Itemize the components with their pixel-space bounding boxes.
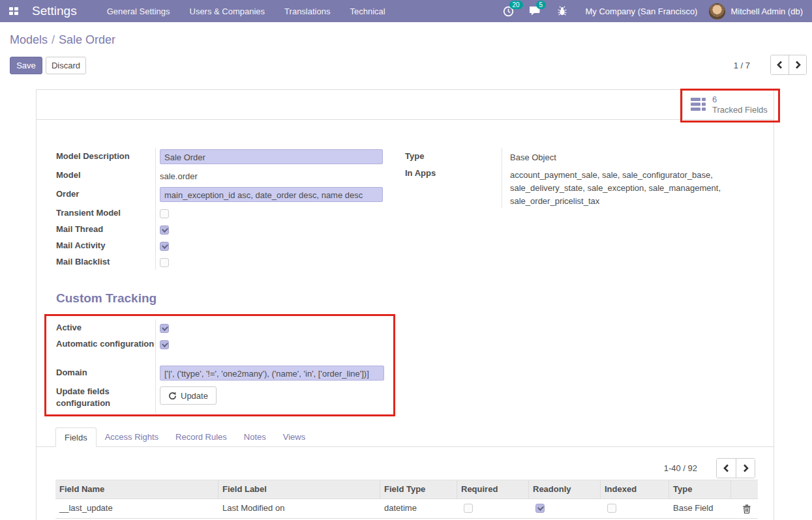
column-field-label[interactable]: Field Label xyxy=(218,480,380,498)
mail-thread-label: Mail Thread xyxy=(56,221,155,237)
automatic-configuration-label: Automatic configuration xyxy=(56,336,155,364)
active-checkbox[interactable] xyxy=(160,324,169,333)
order-label: Order xyxy=(56,186,155,205)
top-navbar: Settings General Settings Users & Compan… xyxy=(0,0,812,22)
messages-icon[interactable]: 5 xyxy=(530,6,541,16)
type-value: Base Object xyxy=(510,149,768,164)
model-description-input[interactable]: Sale Order xyxy=(160,149,383,164)
update-button[interactable]: Update xyxy=(160,386,217,405)
tasks-icon xyxy=(691,98,706,111)
cell-readonly-checkbox[interactable] xyxy=(535,504,545,513)
messages-badge: 5 xyxy=(536,1,547,9)
order-input[interactable]: main_exception_id asc, date_order desc, … xyxy=(160,187,383,202)
pager-previous-button[interactable] xyxy=(771,55,789,74)
mail-blacklist-checkbox[interactable] xyxy=(160,258,169,267)
in-apps-label: In Apps xyxy=(405,165,502,208)
fields-list-pager-text: 1-40 / 92 xyxy=(664,463,697,473)
form-statusbar: 6 Tracked Fields xyxy=(37,90,774,120)
menu-technical[interactable]: Technical xyxy=(350,7,385,16)
form-left-group: Model Description Sale Order Model sale.… xyxy=(56,148,383,270)
column-indexed[interactable]: Indexed xyxy=(601,480,669,498)
systray: 20 5 My Company (San Francisco) Mitchell… xyxy=(503,3,812,20)
save-button[interactable]: Save xyxy=(10,57,42,74)
debug-bug-icon[interactable] xyxy=(557,6,567,16)
cell-indexed-checkbox[interactable] xyxy=(607,504,616,513)
breadcrumb: Models/Sale Order xyxy=(10,33,115,47)
record-pager xyxy=(770,55,807,75)
tracked-fields-count: 6 xyxy=(712,94,768,105)
column-type[interactable]: Type xyxy=(669,480,731,498)
mail-blacklist-label: Mail Blacklist xyxy=(56,253,155,270)
domain-label: Domain xyxy=(56,364,155,383)
form-sheet: 6 Tracked Fields Model Description Sale … xyxy=(36,89,774,520)
discard-button[interactable]: Discard xyxy=(46,57,86,74)
in-apps-value: account_payment_sale, sale, sale_configu… xyxy=(510,166,768,208)
automatic-configuration-checkbox[interactable] xyxy=(160,340,169,349)
transient-model-label: Transient Model xyxy=(56,205,155,221)
user-menu[interactable]: Mitchell Admin (db) xyxy=(730,7,803,16)
menu-translations[interactable]: Translations xyxy=(284,7,330,16)
mail-activity-checkbox[interactable] xyxy=(160,242,169,251)
custom-tracking-group: Active Automatic configuration Domain ['… xyxy=(56,319,385,413)
form-right-group: Type Base Object In Apps account_payment… xyxy=(405,148,768,208)
fields-table-header: Field Name Field Label Field Type Requir… xyxy=(55,480,758,499)
pager-next-button[interactable] xyxy=(789,55,806,74)
model-value: sale.order xyxy=(160,168,383,182)
menu-users-companies[interactable]: Users & Companies xyxy=(190,7,265,16)
domain-input[interactable]: ['|', ('ttype', '!=', 'one2many'), ('nam… xyxy=(160,366,384,381)
activity-badge: 20 xyxy=(509,1,523,9)
top-menus: General Settings Users & Companies Trans… xyxy=(107,7,385,16)
trash-icon xyxy=(743,504,751,513)
cell-field-name: __last_update xyxy=(55,499,218,518)
company-switcher[interactable]: My Company (San Francisco) xyxy=(586,7,698,16)
column-field-name[interactable]: Field Name xyxy=(55,480,218,498)
tab-record-rules[interactable]: Record Rules xyxy=(167,427,235,447)
column-actions xyxy=(731,480,758,498)
column-readonly[interactable]: Readonly xyxy=(529,480,601,498)
transient-model-checkbox[interactable] xyxy=(160,209,169,218)
fields-table: Field Name Field Label Field Type Requir… xyxy=(55,480,758,519)
notebook-tabs: Fields Access Rights Record Rules Notes … xyxy=(37,427,774,447)
column-field-type[interactable]: Field Type xyxy=(380,480,457,498)
cell-required-checkbox[interactable] xyxy=(464,504,473,513)
fields-pager-previous-button[interactable] xyxy=(717,459,736,478)
model-label: Model xyxy=(56,167,155,186)
update-fields-configuration-label: Update fields configuration xyxy=(56,383,155,413)
activity-clock-icon[interactable]: 20 xyxy=(503,6,514,17)
odoo-settings-model-form: Settings General Settings Users & Compan… xyxy=(0,0,812,520)
app-name[interactable]: Settings xyxy=(32,4,77,18)
type-label: Type xyxy=(405,148,502,165)
column-required[interactable]: Required xyxy=(457,480,529,498)
cell-field-type: datetime xyxy=(380,499,457,518)
cell-field-label: Last Modified on xyxy=(218,499,380,518)
tracked-fields-label: Tracked Fields xyxy=(712,105,768,115)
breadcrumb-current: Sale Order xyxy=(59,33,115,46)
refresh-icon xyxy=(168,392,177,400)
tab-views[interactable]: Views xyxy=(275,427,314,447)
fields-list-pager xyxy=(716,458,755,478)
record-pager-text: 1 / 7 xyxy=(734,61,750,70)
apps-menu-icon[interactable] xyxy=(9,7,19,16)
fields-pager-next-button[interactable] xyxy=(736,459,755,478)
mail-thread-checkbox[interactable] xyxy=(160,225,169,235)
custom-tracking-title: Custom Tracking xyxy=(56,291,157,306)
breadcrumb-separator: / xyxy=(52,33,55,46)
breadcrumb-models[interactable]: Models xyxy=(10,33,48,46)
active-label: Active xyxy=(56,319,155,336)
table-row[interactable]: __last_update Last Modified on datetime … xyxy=(55,499,758,519)
menu-general-settings[interactable]: General Settings xyxy=(107,7,170,16)
mail-activity-label: Mail Activity xyxy=(56,237,155,253)
model-description-label: Model Description xyxy=(56,148,155,167)
tab-access-rights[interactable]: Access Rights xyxy=(97,427,167,447)
tab-notes[interactable]: Notes xyxy=(235,427,275,447)
delete-row-button[interactable] xyxy=(731,499,758,518)
user-avatar[interactable] xyxy=(709,3,725,20)
tracked-fields-stat-button[interactable]: 6 Tracked Fields xyxy=(682,90,774,119)
cell-type: Base Field xyxy=(669,499,731,518)
tab-fields[interactable]: Fields xyxy=(55,427,97,447)
